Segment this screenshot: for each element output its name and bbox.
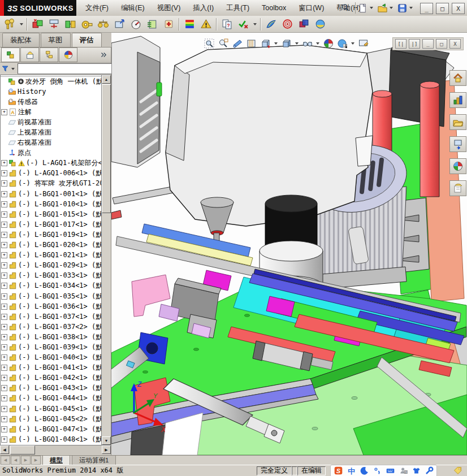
save-doc-caret-icon[interactable] xyxy=(409,7,413,9)
tree-item[interactable]: +(-) L-BGQ1-038<1> (默认 xyxy=(1,332,102,342)
filter-caret-icon[interactable] xyxy=(11,68,15,70)
zoom-fit-button[interactable] xyxy=(202,37,216,50)
assembly-visualization-button[interactable] xyxy=(198,16,214,32)
horizontal-scroll-thumb[interactable] xyxy=(10,445,35,455)
display-style-button[interactable] xyxy=(279,37,293,50)
tab-next-button[interactable]: ▶ xyxy=(21,456,31,465)
expand-box[interactable]: + xyxy=(1,283,7,289)
expand-box[interactable]: + xyxy=(1,365,7,371)
tree-item[interactable]: +(-) L-BGQ1-044<1> (默认 xyxy=(1,393,102,404)
open-doc-caret-icon[interactable] xyxy=(390,7,393,9)
apply-scene-caret-icon[interactable] xyxy=(351,42,354,45)
tree-item[interactable]: +(-) L-BGQ1-048<1> (默认 xyxy=(1,434,102,444)
apply-scene-button[interactable] xyxy=(335,37,349,50)
design-check-button[interactable] xyxy=(235,16,252,32)
punctuation-button[interactable] xyxy=(372,466,382,476)
view-settings-button[interactable] xyxy=(356,37,370,50)
propertymanager-tab[interactable] xyxy=(20,47,39,62)
tree-item[interactable]: +(-) L-BGQ1-036<1> (默认 xyxy=(1,301,102,311)
appearance-preview-button[interactable] xyxy=(263,16,279,32)
tree-item[interactable]: +(-) L-BGQ1-047<1> (默认 xyxy=(1,424,102,434)
expand-box[interactable]: + xyxy=(1,293,7,300)
tree-item[interactable]: 原点 xyxy=(1,148,102,158)
expand-box[interactable]: + xyxy=(1,211,7,218)
tree-item[interactable]: +(-) L-BGQ1-035<1> (默认 xyxy=(1,291,102,301)
tree-item[interactable]: +(-) L-AGQ1-006<1> (默认 xyxy=(1,168,102,179)
doc-restore-button[interactable]: □ xyxy=(436,39,447,49)
pane-right-button[interactable]: |] xyxy=(409,39,420,49)
menu-窗口(W)[interactable]: 窗口(W) xyxy=(292,2,330,14)
tab-评估[interactable]: 评估 xyxy=(72,33,102,47)
expand-box[interactable]: + xyxy=(1,191,7,197)
expand-box[interactable]: + xyxy=(1,385,7,391)
expand-box[interactable]: + xyxy=(1,436,7,443)
model-tab-运动算例1[interactable]: 运动算例1 xyxy=(72,455,116,465)
minimize-button[interactable]: _ xyxy=(420,3,433,14)
hide-show-items-caret-icon[interactable] xyxy=(316,42,319,45)
solidworks-forum-button[interactable] xyxy=(449,158,466,174)
doc-close-button[interactable]: X xyxy=(449,39,461,49)
measure-button[interactable] xyxy=(79,16,95,32)
expand-box[interactable]: + xyxy=(1,109,7,115)
vertical-scroll-thumb[interactable] xyxy=(102,84,111,213)
search-button[interactable] xyxy=(340,2,356,14)
expand-box[interactable]: + xyxy=(1,334,7,340)
display-style-caret-icon[interactable] xyxy=(295,42,299,45)
tree-item[interactable]: +(-) L-BGQ1-010<1> (默认 xyxy=(1,199,102,209)
section-view-button[interactable] xyxy=(244,37,258,50)
tree-item[interactable]: +(-) L-BGQ1-041<1> (默认 xyxy=(1,363,102,373)
filter-icon[interactable] xyxy=(1,64,10,73)
tree-item[interactable]: +(-) 将军牌 攻牙机GT1-20 xyxy=(1,179,102,189)
scroll-left-button[interactable]: ◀ xyxy=(0,445,9,454)
expand-box[interactable]: + xyxy=(1,344,7,350)
tree-item[interactable]: +(-) L-BGQ1-039<1> (默认 xyxy=(1,342,102,352)
expand-box[interactable]: + xyxy=(1,222,7,228)
custom-properties-button[interactable] xyxy=(449,180,466,196)
new-doc-caret-icon[interactable] xyxy=(370,7,373,9)
clearance-verification-button[interactable] xyxy=(62,16,79,32)
tab-草图[interactable]: 草图 xyxy=(41,33,71,47)
file-explorer-button[interactable] xyxy=(449,136,466,152)
compare-button[interactable] xyxy=(296,16,312,32)
expand-box[interactable]: + xyxy=(1,160,7,166)
expand-box[interactable]: + xyxy=(1,272,7,279)
configurationmanager-tab[interactable] xyxy=(40,47,58,62)
hide-show-items-button[interactable] xyxy=(300,37,314,50)
tab-装配体[interactable]: 装配体 xyxy=(2,33,40,47)
tree-item[interactable]: +(-) L-BGQ1-037<2> (默认 xyxy=(1,322,102,332)
tree-item[interactable]: +(-) L-BGQ1-029<1> (默认 xyxy=(1,261,102,271)
tree-item[interactable]: +(-) L-BGQ1-034<1> (默认 xyxy=(1,281,102,291)
home-button[interactable] xyxy=(449,70,466,86)
design-check-caret-icon[interactable] xyxy=(253,23,257,25)
expand-box[interactable]: + xyxy=(1,416,7,422)
pane-left-button[interactable]: [| xyxy=(395,39,407,49)
mates-caret-icon[interactable] xyxy=(20,23,23,25)
section-properties-button[interactable] xyxy=(111,16,128,32)
render-tools-button[interactable] xyxy=(312,16,328,32)
tree-horizontal-scrollbar[interactable]: ◀ ▶ xyxy=(0,445,111,455)
menu-文件(F)[interactable]: 文件(F) xyxy=(79,2,115,14)
account-button[interactable]: 2 xyxy=(398,466,408,476)
design-library-button[interactable] xyxy=(449,114,466,130)
sogou-logo-button[interactable]: S xyxy=(333,466,343,476)
expand-box[interactable]: + xyxy=(1,201,7,207)
scroll-right-button[interactable]: ▶ xyxy=(102,445,111,454)
scroll-down-button[interactable]: ▼ xyxy=(102,436,111,445)
note-tag-icon[interactable] xyxy=(453,466,462,475)
tree-item[interactable]: +(-) L-BGQ1-001<1> (默认 xyxy=(1,189,102,199)
menu-编辑(E)[interactable]: 编辑(E) xyxy=(115,2,151,14)
ime-toolbox-button[interactable] xyxy=(424,466,434,476)
new-doc-button[interactable] xyxy=(357,1,375,15)
tree-item[interactable]: +(-) L-BGQ1-015<1> (默认 xyxy=(1,209,102,219)
tree-item[interactable]: +(-) L-BGQ1-040<1> (默认 xyxy=(1,353,102,363)
scroll-up-button[interactable]: ▲ xyxy=(102,75,111,84)
tree-item[interactable]: 右视基准面 xyxy=(1,138,102,148)
tab-first-button[interactable]: ◀ xyxy=(1,456,10,465)
view-previous-button[interactable] xyxy=(230,37,244,50)
menu-视图(V)[interactable]: 视图(V) xyxy=(151,2,187,14)
soft-keyboard-button[interactable] xyxy=(385,466,395,476)
expand-box[interactable]: + xyxy=(1,242,7,248)
displaymanager-tab[interactable] xyxy=(59,47,77,62)
view-orientation-button[interactable] xyxy=(258,37,273,50)
mass-properties-button[interactable] xyxy=(95,16,111,32)
